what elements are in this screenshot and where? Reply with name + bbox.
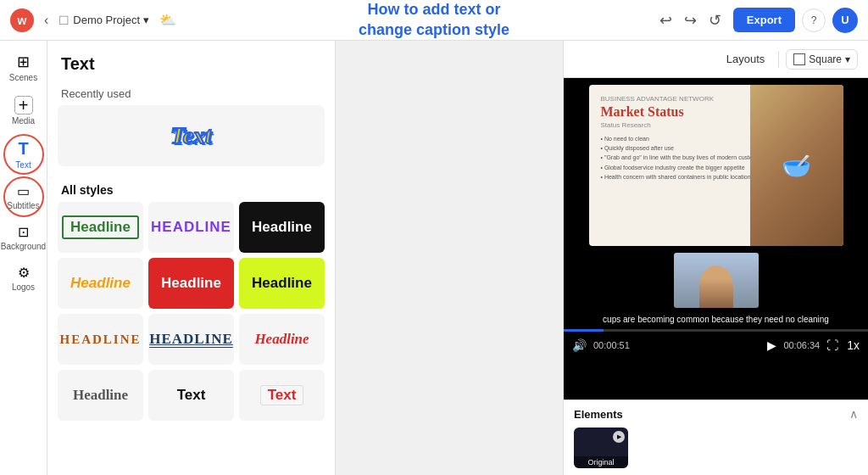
recently-used-item[interactable]: Text	[58, 105, 325, 166]
styles-grid: Headline HEADLINE Headline Headline Head…	[47, 202, 335, 421]
undo-button[interactable]: ↩	[654, 8, 677, 33]
elements-section: Elements ∧ ▶ Original	[564, 400, 868, 475]
recently-used-label: Recently used	[47, 82, 335, 105]
media-icon: +	[14, 96, 33, 115]
style-cell-11[interactable]: Text	[148, 370, 234, 421]
elements-header: Elements ∧	[574, 407, 858, 421]
style-cell-3[interactable]: Headline	[239, 202, 325, 253]
center-area	[336, 41, 563, 475]
style-label-3: Headline	[252, 219, 312, 236]
project-chevron-icon: ▾	[143, 14, 149, 26]
video-preview: BUSINESS ADVANTAGE NETWORK Market Status…	[564, 78, 868, 400]
svg-text:w: w	[17, 14, 27, 27]
style-label-11: Text	[177, 387, 206, 404]
style-cell-6[interactable]: Headline	[239, 258, 325, 309]
style-cell-8[interactable]: HEADLINE	[148, 314, 234, 365]
main-layout: ⊞ Scenes + Media T Text ▭ Subtitles ⊡ Ba…	[0, 41, 868, 475]
fullscreen-button[interactable]: ⛶	[825, 337, 840, 354]
volume-button[interactable]: 🔊	[570, 337, 588, 354]
webcam-preview	[674, 253, 759, 308]
slide-preview: BUSINESS ADVANTAGE NETWORK Market Status…	[589, 85, 843, 246]
tutorial-title: How to add text or change caption style	[359, 0, 509, 40]
sidebar-subtitles-label: Subtitles	[7, 201, 39, 210]
style-cell-12[interactable]: Text	[239, 370, 325, 421]
sidebar-item-background[interactable]: ⊡ Background	[3, 219, 44, 256]
sidebar-text-label: Text	[15, 160, 31, 170]
style-cell-2[interactable]: HEADLINE	[148, 202, 234, 253]
sidebar-item-scenes[interactable]: ⊞ Scenes	[3, 48, 44, 87]
project-title[interactable]: ☐ Demo Project ▾	[58, 14, 149, 27]
square-chevron-icon: ▾	[845, 53, 850, 65]
style-cell-9[interactable]: Headline	[239, 314, 325, 365]
text-icon: T	[18, 139, 28, 159]
play-button[interactable]: ▶	[765, 337, 778, 354]
style-cell-4[interactable]: Headline	[58, 258, 143, 309]
time-current: 00:00:51	[593, 340, 760, 350]
layouts-button[interactable]: Layouts	[720, 49, 772, 69]
right-panel: Layouts Square ▾ BUSINESS ADVANTAGE NETW…	[563, 41, 868, 475]
redo-button[interactable]: ↪	[679, 8, 702, 33]
app-logo[interactable]: w	[10, 8, 34, 32]
speed-button[interactable]: 1x	[845, 337, 861, 354]
progress-bar[interactable]	[564, 329, 868, 332]
background-icon: ⊡	[18, 224, 29, 240]
logos-icon: ⚙	[18, 265, 30, 281]
right-controls: ⛶ 1x	[825, 337, 861, 354]
sidebar-background-label: Background	[1, 242, 46, 251]
style-cell-10[interactable]: Headline	[58, 370, 143, 421]
recently-used-text: Text	[170, 122, 212, 149]
style-label-4: Headline	[70, 275, 131, 292]
style-cell-7[interactable]: HEADLINE	[58, 314, 143, 365]
scenes-icon: ⊞	[17, 53, 30, 71]
elements-title: Elements	[574, 408, 623, 421]
time-total: 00:06:34	[783, 340, 820, 350]
icon-sidebar: ⊞ Scenes + Media T Text ▭ Subtitles ⊡ Ba…	[0, 41, 47, 475]
square-icon	[793, 53, 805, 65]
style-label-6: Headline	[252, 275, 312, 292]
style-label-10: Headline	[73, 387, 128, 404]
sidebar-item-media[interactable]: + Media	[3, 91, 44, 131]
progress-fill	[564, 329, 604, 332]
topbar-actions: ↩ ↪ ↺ Export ? U	[654, 8, 858, 33]
topbar: w ‹ ☐ Demo Project ▾ ⛅ How to add text o…	[0, 0, 868, 41]
video-controls: 🔊 00:00:51 ▶ 00:06:34 ⛶ 1x	[564, 333, 868, 357]
style-label-12: Text	[260, 385, 304, 405]
cloud-icon: ⛅	[159, 12, 176, 28]
project-name-label: Demo Project	[73, 14, 140, 26]
style-cell-5[interactable]: Headline	[148, 258, 234, 309]
elements-list: ▶ Original	[574, 428, 858, 468]
reset-button[interactable]: ↺	[704, 8, 726, 33]
square-button[interactable]: Square ▾	[786, 49, 858, 70]
style-label-1: Headline	[62, 215, 139, 239]
elements-collapse-button[interactable]: ∧	[849, 407, 858, 421]
video-caption: cups are becoming common because they ne…	[564, 311, 868, 327]
rp-toolbar: Layouts Square ▾	[564, 41, 868, 78]
avatar[interactable]: U	[832, 8, 858, 33]
sidebar-item-subtitles[interactable]: ▭ Subtitles	[3, 178, 44, 215]
slide-image: 🥣	[750, 85, 843, 246]
style-label-9: Headline	[254, 331, 309, 348]
style-label-2: HEADLINE	[151, 219, 231, 236]
style-label-8: HEADLINE	[149, 331, 233, 348]
element-original[interactable]: ▶ Original	[574, 428, 628, 468]
square-label: Square	[809, 53, 842, 65]
sidebar-item-logos[interactable]: ⚙ Logos	[3, 260, 44, 297]
back-button[interactable]: ‹	[41, 9, 52, 31]
style-label-5: Headline	[161, 275, 221, 292]
help-button[interactable]: ?	[802, 8, 826, 32]
undo-redo-group: ↩ ↪ ↺	[654, 8, 726, 33]
element-label: Original	[574, 456, 628, 468]
person-silhouette	[699, 265, 733, 308]
sidebar-media-label: Media	[12, 116, 35, 126]
style-cell-1[interactable]: Headline	[58, 202, 143, 253]
doc-icon: ☐	[58, 14, 70, 27]
style-label-7: HEADLINE	[59, 332, 141, 347]
element-play-icon: ▶	[613, 431, 625, 443]
all-styles-label: All styles	[47, 176, 335, 202]
sidebar-item-text[interactable]: T Text	[3, 134, 44, 175]
export-button[interactable]: Export	[733, 8, 795, 32]
text-panel: Text Recently used Text All styles Headl…	[47, 41, 336, 475]
panel-title: Text	[47, 54, 335, 82]
sidebar-logos-label: Logos	[12, 282, 35, 292]
webcam-inner	[674, 253, 759, 308]
